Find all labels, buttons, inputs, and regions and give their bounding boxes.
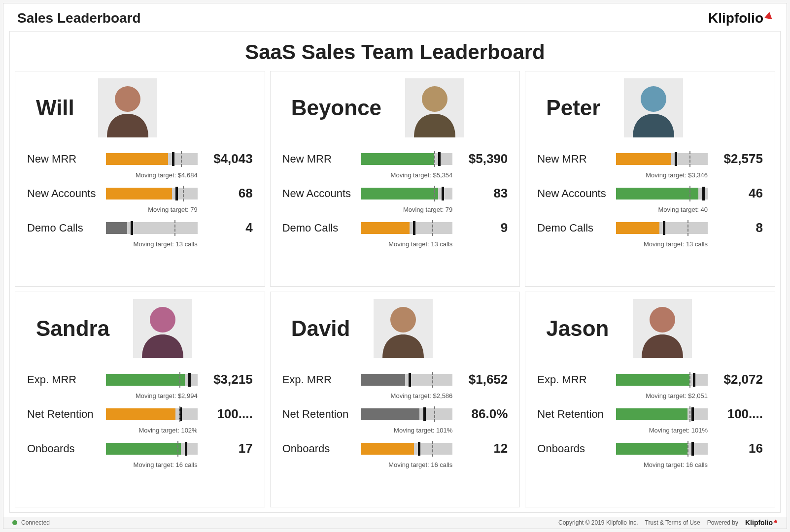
bullet-target-line <box>432 372 433 388</box>
footer-terms-link[interactable]: Trust & Terms of Use <box>645 519 700 526</box>
bullet-fill <box>616 374 689 386</box>
metric-value: 68 <box>205 186 253 201</box>
metric-label: New Accounts <box>537 187 616 200</box>
bullet-actual-marker <box>702 187 705 200</box>
metric-label: New Accounts <box>282 187 361 200</box>
bullet-chart <box>106 188 198 200</box>
moving-target-caption: Moving target: $5,354 <box>282 171 453 179</box>
footer-brand[interactable]: Klipfolio <box>745 519 778 527</box>
bullet-track <box>106 222 198 234</box>
bullet-target-line <box>179 406 180 422</box>
bullet-chart <box>616 153 708 165</box>
status-dot-icon <box>12 520 17 525</box>
avatar <box>133 299 192 358</box>
bullet-target-line <box>179 372 180 388</box>
metric-row: New MRR$4,043 <box>27 151 253 166</box>
person-name: Sandra <box>36 316 109 341</box>
person-name: Jason <box>546 316 609 341</box>
metric-row: New Accounts68 <box>27 186 253 201</box>
moving-target-caption: Moving target: 40 <box>537 206 708 213</box>
bullet-track <box>361 188 453 200</box>
leaderboard-cell: Beyonce New MRR$5,390Moving target: $5,3… <box>270 71 520 287</box>
bullet-chart <box>616 188 708 200</box>
person-name: Beyonce <box>291 96 381 120</box>
metric-label: Demo Calls <box>537 222 616 234</box>
bullet-fill <box>616 222 659 234</box>
metric-label: Demo Calls <box>282 222 361 234</box>
cell-header: Sandra <box>36 299 253 358</box>
topbar: Sales Leaderboard Klipfolio <box>3 3 787 31</box>
bullet-track <box>106 408 198 420</box>
moving-target-caption: Moving target: 101% <box>537 427 708 434</box>
bullet-fill <box>106 188 172 200</box>
bullet-target-line <box>689 406 690 422</box>
bullet-actual-marker <box>663 221 665 235</box>
bullet-fill <box>361 443 414 455</box>
avatar <box>633 299 692 358</box>
cell-header: Peter <box>546 78 763 137</box>
bullet-target-line <box>687 220 688 236</box>
bullet-chart <box>361 374 453 386</box>
bullet-chart <box>106 374 198 386</box>
footer-right: Copyright © 2019 Klipfolio Inc. Trust & … <box>558 519 778 527</box>
moving-target-caption: Moving target: 13 calls <box>537 240 708 248</box>
metric-row: Exp. MRR$3,215 <box>27 372 253 387</box>
metric-value: 9 <box>459 220 508 235</box>
bullet-actual-marker <box>693 373 695 387</box>
bullet-actual-marker <box>188 373 191 387</box>
dashboard-window: Sales Leaderboard Klipfolio SaaS Sales T… <box>3 3 787 529</box>
bullet-target-line <box>432 220 433 236</box>
metric-row: Onboards17 <box>27 441 253 456</box>
metric-row: Exp. MRR$2,072 <box>537 372 763 387</box>
bullet-fill <box>361 188 438 200</box>
metric-value: $4,043 <box>205 151 253 166</box>
svg-point-5 <box>641 86 666 112</box>
bullet-target-line <box>181 151 182 167</box>
cell-header: Beyonce <box>291 78 508 137</box>
bullet-target-line <box>434 406 435 422</box>
metric-label: Onboards <box>282 442 361 455</box>
metric-label: New MRR <box>282 153 361 166</box>
person-name: Will <box>36 96 74 120</box>
svg-point-9 <box>390 307 416 332</box>
bullet-fill <box>616 443 687 455</box>
metric-value: 86.0% <box>459 406 508 422</box>
bullet-track <box>106 188 198 200</box>
footer-powered-prefix: Powered by <box>707 519 738 526</box>
metric-label: Onboards <box>27 442 106 455</box>
avatar <box>374 299 433 358</box>
bullet-target-line <box>432 441 433 457</box>
cell-header: David <box>291 299 508 358</box>
bullet-track <box>616 408 708 420</box>
bullet-actual-marker <box>131 221 133 235</box>
brand-logo[interactable]: Klipfolio <box>708 10 773 26</box>
metric-value: 12 <box>459 441 508 456</box>
footer-brand-triangle-icon <box>773 519 778 523</box>
moving-target-caption: Moving target: 13 calls <box>282 240 453 248</box>
bullet-chart <box>361 443 453 455</box>
bullet-track <box>106 374 198 386</box>
metric-row: Net Retention100.... <box>27 406 253 422</box>
bullet-track <box>616 222 708 234</box>
bullet-actual-marker <box>185 442 187 456</box>
bullet-target-line <box>174 220 175 236</box>
bullet-chart <box>106 443 198 455</box>
avatar <box>624 78 683 137</box>
bullet-chart <box>616 443 708 455</box>
cell-header: Jason <box>546 299 763 358</box>
bullet-fill <box>361 408 420 420</box>
metric-label: Net Retention <box>27 408 106 421</box>
metric-label: Demo Calls <box>27 222 106 234</box>
bullet-actual-marker <box>413 221 415 235</box>
metric-row: Net Retention86.0% <box>282 406 508 422</box>
metric-row: Onboards12 <box>282 441 508 456</box>
bullet-fill <box>361 374 405 386</box>
bullet-track <box>616 153 708 165</box>
bullet-fill <box>106 153 168 165</box>
bullet-chart <box>106 153 198 165</box>
bullet-fill <box>106 222 127 234</box>
bullet-fill <box>106 374 185 386</box>
brand-text: Klipfolio <box>708 10 763 26</box>
svg-point-1 <box>115 86 140 112</box>
cell-header: Will <box>36 78 253 137</box>
